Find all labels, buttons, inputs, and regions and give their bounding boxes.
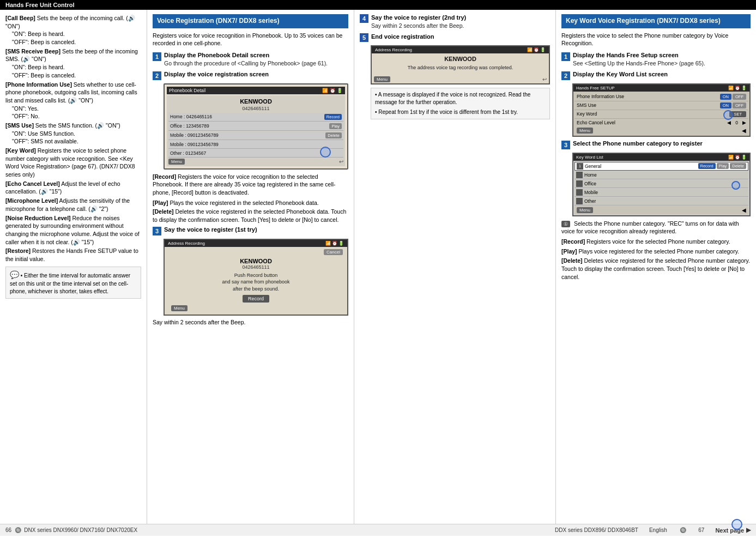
hf-phone-info-off-btn[interactable]: OFF (733, 94, 746, 100)
column-4: Key Word Voice Registration (DNX7/ DDX8 … (556, 10, 756, 524)
screen-menu-btn[interactable]: Menu (168, 159, 185, 165)
hf-sms-on-btn[interactable]: ON (720, 102, 731, 108)
row-office-play-btn[interactable]: Play (329, 123, 342, 129)
col1-sms-use: [SMS Use] Sets the SMS function. (🔊 "ON"… (5, 122, 141, 146)
step-4-desc: Say within 2 seconds after the Beep. (371, 22, 550, 30)
col4-delete-label: [Delete] (561, 257, 583, 264)
screen-topbar: Phonebook Detail 📶 ⏰ 🔋 (167, 87, 345, 94)
kwlist-play-btn[interactable]: Play (717, 163, 729, 169)
step-5-title: End voice registration (371, 33, 550, 40)
col3-note-2: • Repeat from 1st try if the voice is di… (375, 108, 546, 116)
column-2: Voice Registration (DNX7/ DDX8 series) R… (147, 10, 354, 524)
hf-sms-toggle: ON OFF (720, 102, 746, 108)
hf-sms-off-btn[interactable]: OFF (733, 102, 746, 108)
column-1: [Call Beep] Sets the beep of the incomin… (0, 10, 147, 524)
hf-setup-topbar: Hands Free SETUP 📶 ⏰ 🔋 (573, 84, 749, 92)
hf-echo-right-arrow[interactable]: ▶ (742, 120, 746, 125)
row-home-record-btn[interactable]: Record (324, 114, 342, 120)
kwlist-home-label: Home (584, 172, 747, 178)
kwlist-menu-btn[interactable]: Menu (577, 207, 593, 213)
sms-use-on: "ON": Use SMS function. (12, 130, 141, 138)
col4-play-desc: [Play] Plays voice registered for the se… (561, 247, 751, 256)
hf-menu-btn[interactable]: Menu (577, 128, 593, 134)
next-page-arrow: ▶ (746, 527, 751, 534)
screen-row-home: Home : 0426465116 Record (168, 113, 343, 122)
page-content: [Call Beep] Sets the beep of the incomin… (0, 10, 756, 524)
kwlist-record-btn[interactable]: Record (698, 163, 716, 169)
kw-step-1-content: Display the Hands Free Setup screen See … (573, 52, 751, 68)
screen-row-office: Office : 123456789 Play (168, 122, 343, 131)
kwlist-row-home: Home (574, 171, 748, 179)
sms-use-title: [SMS Use] (5, 122, 34, 129)
col4-delete-desc: [Delete] Deletes voice registered for th… (561, 257, 751, 281)
call-beep-title: [Call Beep] (5, 15, 35, 21)
hf-phone-info-on-btn[interactable]: ON (720, 94, 731, 100)
row-mobile1-delete-btn[interactable]: Delete (325, 132, 342, 138)
screen-signal: 📶 ⏰ 🔋 (322, 88, 343, 93)
sms-beep-title: [SMS Receive Beep] (5, 48, 61, 55)
footer-page-num-left: 66 (5, 527, 11, 533)
step-3-num: 3 (153, 227, 161, 235)
phonebook-detail-screen: Phonebook Detail 📶 ⏰ 🔋 KENWOOD 042646511… (164, 83, 348, 170)
col1-key-word: [Key Word] Registers the voice to select… (5, 147, 141, 179)
step-3-title: Say the voice to register (1st try) (164, 226, 348, 233)
rec-record-wrapper: Record (169, 295, 343, 303)
col2-section-title: Voice Registration (DNX7/ DDX8 series) (157, 17, 280, 25)
page-header-title: Hands Free Unit Control (5, 2, 75, 8)
mic-level-title: [Microphone Level] (5, 197, 58, 204)
rec-record-btn[interactable]: Record (243, 295, 269, 303)
hf-row-sms-use: SMS Use ON OFF (574, 101, 748, 110)
step-2-title: Display the voice registration screen (164, 71, 348, 77)
step-3: 3 Say the voice to register (1st try) (153, 226, 348, 235)
kw-step-3-num: 3 (561, 141, 570, 149)
step-2-content: Display the voice registration screen (164, 71, 348, 78)
footer-lang: English (649, 527, 667, 533)
kw-step-3: 3 Select the Phone number category to re… (561, 140, 751, 149)
kwlist-footer: Menu ◀ (574, 206, 748, 214)
row-office-label: Office : 123456789 (170, 123, 328, 129)
col4-record-desc: [Record] Registers voice for the selecte… (561, 238, 751, 246)
hf-row-keyword: Key Word SET (574, 110, 748, 119)
addr-footer: Menu ↩ (372, 75, 549, 83)
col4-section-title: Key Word Voice Registration (DNX7/ DDX8 … (566, 17, 721, 25)
kwlist-body: 1 General Record Play Delete Home Office (573, 161, 749, 215)
row-other-label: Other : 01234567 (170, 150, 342, 156)
column-3: 4 Say the voice to register (2nd try) Sa… (354, 10, 556, 524)
col1-note-box: 💬 • Either the time interval for automat… (5, 267, 141, 299)
screen-name: KENWOOD (168, 97, 343, 106)
hf-keyword-label: Key Word (577, 111, 729, 117)
row-mobile2-label: Mobile : 090123456789 (170, 142, 342, 147)
footer-series-left: DNX series DNX9960/ DNX7160/ DNX7020EX (24, 527, 137, 533)
col1-note-text: • Either the time interval for automatic… (10, 273, 130, 295)
screen-row-mobile1: Mobile : 090123456789 Delete (168, 131, 343, 140)
kwlist-other-num (576, 198, 583, 204)
step-5-content: End voice registration (371, 33, 550, 41)
hf-back-arrow: ◀ (742, 128, 746, 134)
step-5: 5 End voice registration (360, 33, 550, 42)
touch-cursor-step2 (320, 147, 331, 158)
col1-echo-cancel: [Echo Cancel Level] Adjust the level of … (5, 180, 141, 196)
rec-menu-btn[interactable]: Menu (171, 305, 188, 311)
phone-info-on: "ON": Yes. (12, 105, 141, 113)
rec-cancel-btn[interactable]: Cancel (324, 249, 343, 255)
addr-back-arrow: ↩ (542, 76, 547, 82)
footer-page-num-right: 67 (698, 527, 704, 533)
kwlist-back-arrow: ◀ (742, 207, 746, 213)
addr-menu-btn[interactable]: Menu (374, 76, 390, 82)
screen-body: KENWOOD 0426465111 Home : 0426465116 Rec… (167, 95, 345, 166)
screen-title: Phonebook Detail (169, 88, 205, 93)
step-5-num: 5 (360, 33, 368, 42)
sms-beep-off: "OFF": Beep is canceled. (12, 71, 141, 80)
addr-screen-title: Address Recording (375, 47, 412, 52)
kwlist-title: Key Word List (576, 155, 603, 160)
kw-step-1-title: Display the Hands Free Setup screen (573, 52, 751, 58)
rec-cancel-wrapper: Cancel (169, 249, 343, 257)
hf-phone-info-toggle: ON OFF (720, 94, 746, 100)
step-1-desc: Go through the procedure of <Calling by … (164, 59, 348, 68)
footer-left: 66 🔘 DNX series DNX9960/ DNX7160/ DNX702… (5, 527, 137, 533)
screen-row-mobile2: Mobile : 090123456789 (168, 141, 343, 149)
hf-echo-left-arrow[interactable]: ◀ (727, 120, 731, 125)
kw-step-2-title: Display the Key Word List screen (573, 71, 751, 77)
kwlist-delete-btn[interactable]: Delete (730, 163, 746, 169)
kw-step-2-num: 2 (561, 71, 570, 80)
